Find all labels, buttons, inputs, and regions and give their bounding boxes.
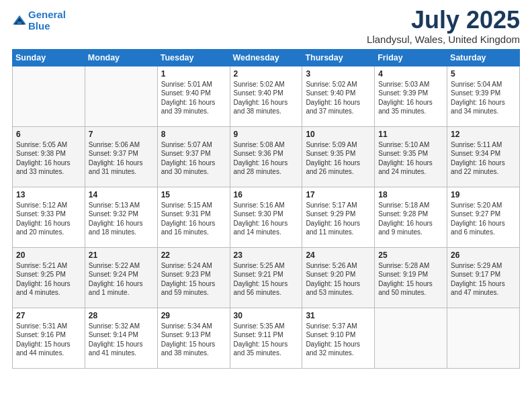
day-cell: 2Sunrise: 5:02 AM Sunset: 9:40 PM Daylig… <box>230 66 302 126</box>
day-number: 4 <box>378 69 443 79</box>
day-number: 18 <box>378 190 443 199</box>
day-number: 2 <box>234 69 299 79</box>
calendar-table: SundayMondayTuesdayWednesdayThursdayFrid… <box>12 49 520 369</box>
day-info: Sunrise: 5:08 AM Sunset: 9:36 PM Dayligh… <box>234 140 299 177</box>
header: General Blue July 2025 Llandysul, Wales,… <box>12 7 520 45</box>
day-info: Sunrise: 5:35 AM Sunset: 9:11 PM Dayligh… <box>234 322 299 358</box>
day-number: 12 <box>451 130 516 139</box>
day-cell: 28Sunrise: 5:32 AM Sunset: 9:14 PM Dayli… <box>85 308 157 368</box>
page: General Blue July 2025 Llandysul, Wales,… <box>0 0 532 375</box>
day-cell: 14Sunrise: 5:13 AM Sunset: 9:32 PM Dayli… <box>85 187 157 247</box>
day-cell: 19Sunrise: 5:20 AM Sunset: 9:27 PM Dayli… <box>447 187 520 247</box>
day-number: 5 <box>451 69 516 79</box>
location: Llandysul, Wales, United Kingdom <box>367 34 520 45</box>
day-number: 26 <box>451 250 516 260</box>
day-number: 24 <box>306 250 371 260</box>
day-cell: 22Sunrise: 5:24 AM Sunset: 9:23 PM Dayli… <box>157 247 230 308</box>
day-number: 3 <box>306 69 371 79</box>
day-number: 11 <box>378 130 443 139</box>
header-cell-saturday: Saturday <box>447 49 520 66</box>
day-cell: 6Sunrise: 5:05 AM Sunset: 9:38 PM Daylig… <box>13 126 85 187</box>
day-cell: 10Sunrise: 5:09 AM Sunset: 9:35 PM Dayli… <box>302 126 375 187</box>
day-number: 28 <box>89 311 154 320</box>
day-number: 31 <box>306 311 371 320</box>
day-number: 23 <box>234 250 299 260</box>
day-cell <box>13 66 85 126</box>
day-cell <box>447 308 520 368</box>
header-cell-friday: Friday <box>375 49 447 66</box>
day-number: 1 <box>161 69 226 79</box>
day-info: Sunrise: 5:12 AM Sunset: 9:33 PM Dayligh… <box>16 201 81 237</box>
day-info: Sunrise: 5:31 AM Sunset: 9:16 PM Dayligh… <box>16 322 81 358</box>
day-number: 14 <box>89 190 154 199</box>
day-info: Sunrise: 5:01 AM Sunset: 9:40 PM Dayligh… <box>161 80 226 116</box>
day-info: Sunrise: 5:37 AM Sunset: 9:10 PM Dayligh… <box>306 322 371 358</box>
day-info: Sunrise: 5:05 AM Sunset: 9:38 PM Dayligh… <box>16 140 81 177</box>
day-number: 9 <box>234 130 299 139</box>
day-cell: 25Sunrise: 5:28 AM Sunset: 9:19 PM Dayli… <box>375 247 447 308</box>
day-cell: 12Sunrise: 5:11 AM Sunset: 9:34 PM Dayli… <box>447 126 520 187</box>
day-cell: 30Sunrise: 5:35 AM Sunset: 9:11 PM Dayli… <box>230 308 302 368</box>
day-info: Sunrise: 5:18 AM Sunset: 9:28 PM Dayligh… <box>378 201 443 237</box>
week-row-3: 13Sunrise: 5:12 AM Sunset: 9:33 PM Dayli… <box>13 187 520 247</box>
day-info: Sunrise: 5:25 AM Sunset: 9:21 PM Dayligh… <box>234 261 299 298</box>
day-info: Sunrise: 5:09 AM Sunset: 9:35 PM Dayligh… <box>306 140 371 177</box>
day-info: Sunrise: 5:02 AM Sunset: 9:40 PM Dayligh… <box>234 80 299 116</box>
day-cell <box>375 308 447 368</box>
day-cell: 1Sunrise: 5:01 AM Sunset: 9:40 PM Daylig… <box>157 66 230 126</box>
day-number: 27 <box>16 311 81 320</box>
header-cell-tuesday: Tuesday <box>157 49 230 66</box>
day-info: Sunrise: 5:32 AM Sunset: 9:14 PM Dayligh… <box>89 322 154 358</box>
header-cell-wednesday: Wednesday <box>230 49 302 66</box>
day-info: Sunrise: 5:06 AM Sunset: 9:37 PM Dayligh… <box>89 140 154 177</box>
day-info: Sunrise: 5:02 AM Sunset: 9:40 PM Dayligh… <box>306 80 371 116</box>
day-cell: 13Sunrise: 5:12 AM Sunset: 9:33 PM Dayli… <box>13 187 85 247</box>
day-number: 13 <box>16 190 81 199</box>
day-info: Sunrise: 5:11 AM Sunset: 9:34 PM Dayligh… <box>451 140 516 177</box>
logo-general: General <box>28 9 66 20</box>
day-number: 8 <box>161 130 226 139</box>
day-number: 7 <box>89 130 154 139</box>
day-info: Sunrise: 5:03 AM Sunset: 9:39 PM Dayligh… <box>378 80 443 116</box>
day-cell: 21Sunrise: 5:22 AM Sunset: 9:24 PM Dayli… <box>85 247 157 308</box>
day-number: 10 <box>306 130 371 139</box>
day-cell: 7Sunrise: 5:06 AM Sunset: 9:37 PM Daylig… <box>85 126 157 187</box>
day-number: 30 <box>234 311 299 320</box>
header-cell-thursday: Thursday <box>302 49 375 66</box>
title-block: July 2025 Llandysul, Wales, United Kingd… <box>367 7 520 45</box>
header-cell-sunday: Sunday <box>13 49 85 66</box>
month-year: July 2025 <box>367 7 520 34</box>
day-number: 6 <box>16 130 81 139</box>
day-info: Sunrise: 5:16 AM Sunset: 9:30 PM Dayligh… <box>234 201 299 237</box>
day-number: 19 <box>451 190 516 199</box>
day-number: 16 <box>234 190 299 199</box>
day-number: 22 <box>161 250 226 260</box>
day-number: 25 <box>378 250 443 260</box>
day-cell: 23Sunrise: 5:25 AM Sunset: 9:21 PM Dayli… <box>230 247 302 308</box>
day-cell: 4Sunrise: 5:03 AM Sunset: 9:39 PM Daylig… <box>375 66 447 126</box>
day-cell: 9Sunrise: 5:08 AM Sunset: 9:36 PM Daylig… <box>230 126 302 187</box>
logo: General Blue <box>12 9 66 32</box>
day-info: Sunrise: 5:15 AM Sunset: 9:31 PM Dayligh… <box>161 201 226 237</box>
day-cell: 20Sunrise: 5:21 AM Sunset: 9:25 PM Dayli… <box>13 247 85 308</box>
day-info: Sunrise: 5:10 AM Sunset: 9:35 PM Dayligh… <box>378 140 443 177</box>
day-cell <box>85 66 157 126</box>
day-number: 15 <box>161 190 226 199</box>
calendar-body: 1Sunrise: 5:01 AM Sunset: 9:40 PM Daylig… <box>13 66 520 368</box>
week-row-4: 20Sunrise: 5:21 AM Sunset: 9:25 PM Dayli… <box>13 247 520 308</box>
day-cell: 8Sunrise: 5:07 AM Sunset: 9:37 PM Daylig… <box>157 126 230 187</box>
day-info: Sunrise: 5:24 AM Sunset: 9:23 PM Dayligh… <box>161 261 226 298</box>
week-row-2: 6Sunrise: 5:05 AM Sunset: 9:38 PM Daylig… <box>13 126 520 187</box>
day-cell: 17Sunrise: 5:17 AM Sunset: 9:29 PM Dayli… <box>302 187 375 247</box>
week-row-1: 1Sunrise: 5:01 AM Sunset: 9:40 PM Daylig… <box>13 66 520 126</box>
week-row-5: 27Sunrise: 5:31 AM Sunset: 9:16 PM Dayli… <box>13 308 520 368</box>
header-row: SundayMondayTuesdayWednesdayThursdayFrid… <box>13 49 520 66</box>
day-cell: 16Sunrise: 5:16 AM Sunset: 9:30 PM Dayli… <box>230 187 302 247</box>
day-cell: 29Sunrise: 5:34 AM Sunset: 9:13 PM Dayli… <box>157 308 230 368</box>
day-cell: 27Sunrise: 5:31 AM Sunset: 9:16 PM Dayli… <box>13 308 85 368</box>
day-number: 21 <box>89 250 154 260</box>
day-number: 17 <box>306 190 371 199</box>
day-info: Sunrise: 5:04 AM Sunset: 9:39 PM Dayligh… <box>451 80 516 116</box>
day-info: Sunrise: 5:21 AM Sunset: 9:25 PM Dayligh… <box>16 261 81 298</box>
day-number: 20 <box>16 250 81 260</box>
